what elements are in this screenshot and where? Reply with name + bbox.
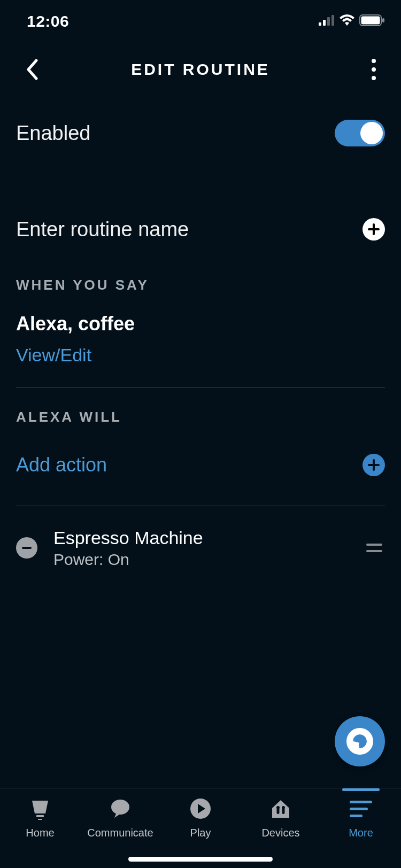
chevron-left-icon (26, 59, 38, 80)
back-button[interactable] (16, 53, 48, 86)
nav-more[interactable]: More (321, 796, 401, 868)
plus-icon (367, 459, 380, 471)
divider (16, 506, 385, 506)
when-you-say-heading: WHEN YOU SAY (0, 277, 401, 293)
enabled-toggle[interactable] (335, 120, 385, 146)
nav-home[interactable]: Home (0, 796, 80, 868)
svg-rect-5 (361, 17, 380, 25)
status-indicators (319, 14, 385, 28)
svg-rect-19 (277, 808, 280, 814)
svg-rect-22 (350, 808, 368, 810)
add-action-button[interactable] (363, 454, 385, 476)
routine-name-placeholder: Enter routine name (16, 218, 189, 241)
dot-icon (372, 76, 376, 80)
svg-rect-6 (382, 18, 384, 22)
nav-devices-label: Devices (261, 827, 299, 839)
active-indicator (342, 788, 380, 791)
action-subtitle: Power: On (53, 551, 364, 569)
home-icon (27, 796, 53, 821)
nav-communicate-label: Communicate (87, 827, 153, 839)
drag-line-icon (366, 544, 382, 546)
action-text: Espresso Machine Power: On (53, 528, 364, 569)
menu-icon (348, 796, 374, 821)
page-title: EDIT ROUTINE (131, 60, 270, 79)
svg-rect-13 (36, 815, 44, 817)
play-icon (188, 796, 213, 821)
dot-icon (372, 59, 376, 63)
svg-rect-14 (38, 819, 42, 820)
action-item[interactable]: Espresso Machine Power: On (0, 522, 401, 574)
toggle-knob (360, 122, 383, 144)
add-action-row[interactable]: Add action (0, 449, 401, 481)
svg-rect-2 (327, 17, 330, 26)
more-options-button[interactable] (360, 53, 387, 86)
svg-rect-3 (331, 15, 334, 26)
drag-line-icon (366, 550, 382, 552)
nav-home-label: Home (26, 827, 54, 839)
trigger-phrase: Alexa, coffee (16, 313, 385, 335)
bottom-nav: Home Communicate Play Devices More (0, 788, 401, 868)
plus-icon (367, 223, 380, 236)
trigger-section: Alexa, coffee View/Edit (0, 313, 401, 366)
svg-rect-0 (319, 22, 321, 26)
chat-icon (107, 796, 133, 821)
drag-handle[interactable] (364, 544, 385, 552)
add-name-button[interactable] (363, 218, 385, 241)
status-time: 12:06 (27, 12, 69, 30)
svg-rect-23 (350, 815, 363, 817)
nav-play-label: Play (190, 827, 211, 839)
minus-icon (21, 542, 32, 553)
svg-point-15 (111, 800, 129, 815)
svg-rect-20 (282, 808, 285, 814)
alexa-will-heading: ALEXA WILL (0, 409, 401, 425)
devices-icon (268, 796, 294, 821)
enabled-label: Enabled (16, 122, 90, 145)
enabled-row: Enabled (0, 114, 401, 152)
action-title: Espresso Machine (53, 528, 364, 548)
remove-action-button[interactable] (16, 537, 37, 559)
battery-icon (359, 14, 385, 28)
cellular-icon (319, 15, 335, 28)
add-action-label: Add action (16, 454, 107, 476)
nav-more-label: More (349, 827, 373, 839)
wifi-icon (339, 14, 355, 28)
dot-icon (372, 67, 376, 72)
svg-rect-1 (323, 20, 326, 26)
routine-name-row[interactable]: Enter routine name (0, 211, 401, 248)
header: EDIT ROUTINE (0, 43, 401, 96)
alexa-voice-button[interactable] (335, 716, 385, 766)
view-edit-link[interactable]: View/Edit (16, 345, 385, 366)
svg-rect-21 (350, 801, 372, 803)
status-bar: 12:06 (0, 0, 401, 43)
home-indicator[interactable] (128, 857, 273, 862)
divider (16, 387, 385, 387)
